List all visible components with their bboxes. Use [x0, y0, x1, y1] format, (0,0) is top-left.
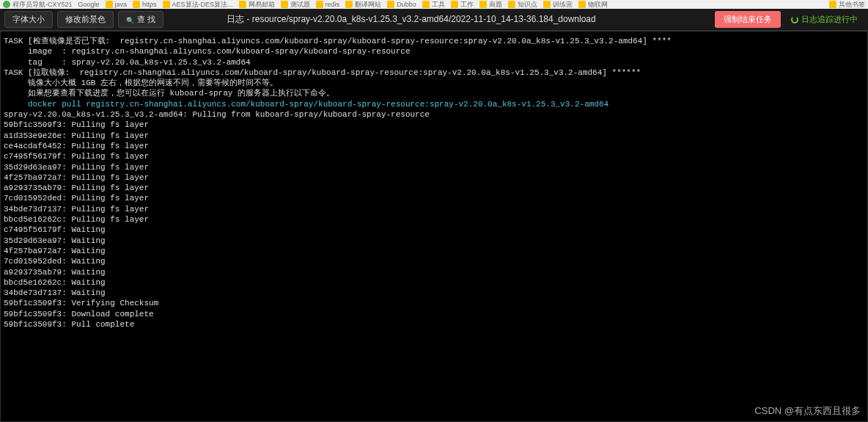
- terminal-line: 59bf1c3509f3: Pull complete: [4, 319, 864, 330]
- terminal-line: 7cd015952ded: Waiting: [4, 256, 864, 266]
- bookmark-item[interactable]: java: [106, 1, 128, 8]
- folder-icon: [281, 1, 288, 8]
- terminal-line: 7cd015952ded: Pulling fs layer: [4, 193, 864, 203]
- folder-icon: [578, 1, 586, 8]
- terminal-line: 59bf1c3509f3: Download complete: [4, 309, 864, 319]
- terminal-line: c7495f56179f: Waiting: [4, 225, 864, 235]
- bookmark-item[interactable]: 商题: [479, 0, 502, 9]
- terminal-line: image : registry.cn-shanghai.aliyuncs.co…: [4, 46, 864, 57]
- terminal-line: 4f257ba972a7: Pulling fs layer: [4, 172, 864, 183]
- change-colors-button[interactable]: 修改前景色: [57, 11, 114, 28]
- terminal-line: docker pull registry.cn-shanghai.aliyunc…: [4, 99, 864, 109]
- bookmark-item[interactable]: 翻译网站: [345, 0, 381, 9]
- folder-icon: [829, 1, 836, 8]
- terminal-line: 35d29d63ea97: Waiting: [4, 236, 864, 246]
- folder-icon: [316, 1, 323, 8]
- bookmark-item[interactable]: 工作: [451, 0, 474, 9]
- log-title: 日志 - resource/spray-v2.20.0a_k8s-v1.25.3…: [227, 13, 596, 26]
- folder-icon: [163, 1, 170, 8]
- folder-icon: [479, 1, 487, 8]
- folder-icon: [106, 1, 113, 8]
- bookmark-item[interactable]: redis: [316, 1, 340, 8]
- terminal-line: a9293735ab79: Waiting: [4, 267, 864, 277]
- terminal-line: TASK [检查镜像是否已下载: registry.cn-shanghai.al…: [4, 36, 864, 46]
- folder-icon: [345, 1, 353, 8]
- folder-icon: [239, 1, 246, 8]
- terminal-line: 如果想要查看下载进度，您可以在运行 kuboard-spray 的服务器上执行以…: [4, 88, 864, 98]
- bookmark-item[interactable]: AES算法-DES算法...: [163, 0, 233, 9]
- terminal-line: 59bf1c3509f3: Pulling fs layer: [4, 120, 864, 130]
- force-end-task-button[interactable]: 强制结束任务: [715, 11, 781, 28]
- terminal-line: tag : spray-v2.20.0a_k8s-v1.25.3_v3.2-am…: [4, 57, 864, 68]
- bookmark-item[interactable]: Dubbo: [387, 1, 416, 8]
- bookmark-item[interactable]: https: [133, 1, 157, 8]
- search-icon: [126, 15, 134, 24]
- bookmark-item[interactable]: 工具: [422, 0, 445, 9]
- bookmark-item[interactable]: Google: [78, 1, 100, 8]
- browser-bookmarks-bar: 程序员导航-CXY521 Google java https AES算法-DES…: [0, 0, 868, 9]
- terminal-line: bbcd5e16262c: Pulling fs layer: [4, 214, 864, 225]
- spinner-icon: [791, 16, 798, 23]
- folder-icon: [543, 1, 551, 8]
- terminal-line: spray-v2.20.0a_k8s-v1.25.3_v3.2-amd64: P…: [4, 109, 864, 120]
- terminal-line: 59bf1c3509f3: Verifying Checksum: [4, 298, 864, 308]
- terminal-line: 4f257ba972a7: Waiting: [4, 246, 864, 256]
- folder-icon: [508, 1, 515, 8]
- tracking-status: 日志追踪进行中: [785, 14, 864, 25]
- terminal-line: bbcd5e16262c: Waiting: [4, 277, 864, 288]
- watermark: CSDN @有点东西且很多: [754, 404, 861, 418]
- bookmark-item[interactable]: 训练营: [543, 0, 573, 9]
- bookmark-icon: [3, 1, 10, 8]
- bookmark-item[interactable]: 测试题: [281, 0, 310, 9]
- folder-icon: [422, 1, 430, 8]
- log-toolbar: 字体大小 修改前景色 查 找 日志 - resource/spray-v2.20…: [0, 9, 868, 31]
- folder-icon: [133, 1, 140, 8]
- folder-icon: [387, 1, 394, 8]
- terminal-line: 34bde73d7137: Pulling fs layer: [4, 204, 864, 214]
- terminal-line: c7495f56179f: Pulling fs layer: [4, 151, 864, 161]
- terminal-line: ce4acdaf6452: Pulling fs layer: [4, 141, 864, 151]
- terminal-line: 镜像大小大概 1GB 左右，根据您的网速不同，需要等候的时间不等。: [4, 78, 864, 88]
- terminal-line: 34bde73d7137: Waiting: [4, 288, 864, 298]
- terminal-line: TASK [拉取镜像: registry.cn-shanghai.aliyunc…: [4, 68, 864, 78]
- bookmark-item[interactable]: 程序员导航-CXY521: [3, 0, 73, 9]
- terminal-line: a1d353e9e26e: Pulling fs layer: [4, 131, 864, 141]
- terminal-line: a9293735ab79: Pulling fs layer: [4, 183, 864, 193]
- bookmark-item[interactable]: 网易邮箱: [239, 0, 275, 9]
- terminal-output[interactable]: TASK [检查镜像是否已下载: registry.cn-shanghai.al…: [0, 31, 868, 422]
- font-size-button[interactable]: 字体大小: [4, 11, 53, 28]
- bookmark-item[interactable]: 物联网: [578, 0, 608, 9]
- terminal-line: 35d29d63ea97: Pulling fs layer: [4, 162, 864, 172]
- bookmark-item[interactable]: 知识点: [508, 0, 537, 9]
- folder-icon: [451, 1, 458, 8]
- search-button[interactable]: 查 找: [118, 11, 163, 28]
- bookmark-item[interactable]: 其他书签: [829, 0, 865, 9]
